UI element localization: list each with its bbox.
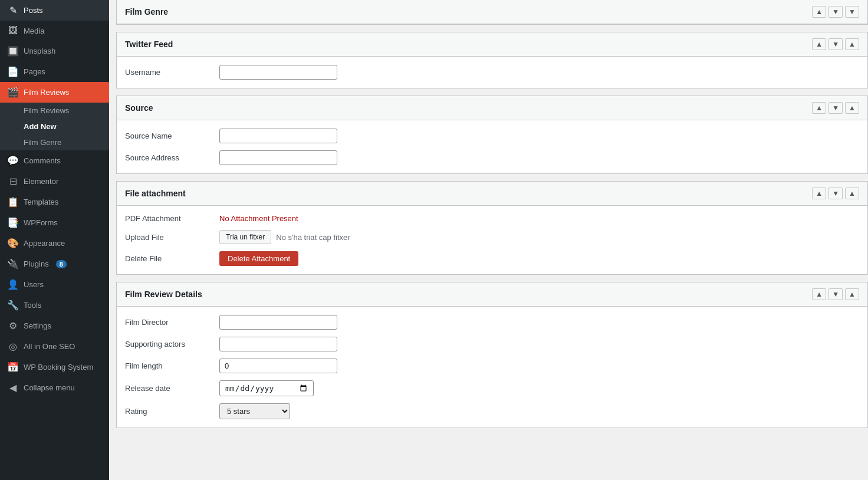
metabox-twitter-toggle[interactable]: ▲ bbox=[845, 38, 859, 50]
metabox-twitter-feed-title: Twitter Feed bbox=[125, 40, 173, 49]
sidebar-item-tools[interactable]: 🔧 Tools bbox=[0, 295, 109, 315]
metabox-file-up[interactable]: ▲ bbox=[812, 188, 826, 199]
sidebar-item-all-in-one-seo[interactable]: ◎ All in One SEO bbox=[0, 336, 109, 357]
metabox-file-down[interactable]: ▼ bbox=[828, 188, 843, 199]
rating-label: Rating bbox=[125, 407, 219, 416]
sidebar-item-comments[interactable]: 💬 Comments bbox=[0, 150, 109, 171]
film-reviews-icon: 🎬 bbox=[7, 87, 19, 98]
tools-icon: 🔧 bbox=[7, 300, 19, 311]
pages-icon: 📄 bbox=[7, 66, 19, 77]
collapse-icon: ◀ bbox=[7, 382, 19, 393]
supporting-actors-row: Supporting actors bbox=[125, 337, 859, 351]
metabox-source: Source ▲ ▼ ▲ Source Name Source Address bbox=[116, 96, 868, 174]
settings-icon: ⚙ bbox=[7, 320, 19, 331]
choose-file-button[interactable]: Tria un fitxer bbox=[219, 230, 271, 244]
metabox-source-toggle[interactable]: ▲ bbox=[845, 102, 859, 114]
media-icon: 🖼 bbox=[7, 25, 19, 36]
posts-icon: ✎ bbox=[7, 5, 19, 16]
metabox-film-genre-title: Film Genre bbox=[125, 7, 168, 17]
upload-file-row: Upload File Tria un fitxer No s'ha triat… bbox=[125, 230, 859, 244]
users-icon: 👤 bbox=[7, 279, 19, 290]
release-date-row: Release date bbox=[125, 380, 859, 396]
film-length-input[interactable] bbox=[219, 359, 337, 373]
rating-select[interactable]: 1 star 2 stars 3 stars 4 stars 5 stars bbox=[219, 403, 290, 419]
booking-icon: 📅 bbox=[7, 361, 19, 373]
release-date-label: Release date bbox=[125, 384, 219, 393]
plugins-icon: 🔌 bbox=[7, 258, 19, 269]
metabox-details-toggle[interactable]: ▲ bbox=[845, 288, 859, 300]
metabox-source-body: Source Name Source Address bbox=[117, 120, 867, 173]
metabox-film-genre-up[interactable]: ▲ bbox=[812, 6, 826, 18]
metabox-film-review-details-body: Film Director Supporting actors Film len… bbox=[117, 307, 867, 428]
pdf-attachment-status: No Attachment Present bbox=[219, 214, 298, 223]
metabox-twitter-down[interactable]: ▼ bbox=[828, 38, 843, 50]
film-director-row: Film Director bbox=[125, 315, 859, 330]
metabox-file-toggle[interactable]: ▲ bbox=[845, 188, 859, 199]
submenu-film-genre[interactable]: Film Genre bbox=[0, 134, 109, 150]
metabox-source-up[interactable]: ▲ bbox=[812, 102, 826, 114]
delete-file-label: Delete File bbox=[125, 254, 219, 263]
sidebar-item-posts[interactable]: ✎ Posts bbox=[0, 0, 109, 21]
comments-icon: 💬 bbox=[7, 155, 19, 166]
metabox-file-attachment-body: PDF Attachment No Attachment Present Upl… bbox=[117, 206, 867, 274]
twitter-username-input[interactable] bbox=[219, 65, 337, 80]
submenu-add-new[interactable]: Add New bbox=[0, 119, 109, 134]
sidebar-item-appearance[interactable]: 🎨 Appearance bbox=[0, 233, 109, 254]
film-director-input[interactable] bbox=[219, 315, 337, 330]
wpforms-icon: 📑 bbox=[7, 217, 19, 228]
metabox-file-attachment: File attachment ▲ ▼ ▲ PDF Attachment No … bbox=[116, 181, 868, 275]
unsplash-icon: 🔲 bbox=[7, 45, 19, 57]
metabox-film-genre-toggle[interactable]: ▼ bbox=[845, 6, 859, 18]
metabox-twitter-feed-controls: ▲ ▼ ▲ bbox=[812, 38, 859, 50]
metabox-file-attachment-header: File attachment ▲ ▼ ▲ bbox=[117, 182, 867, 206]
metabox-film-genre-header: Film Genre ▲ ▼ ▼ bbox=[117, 0, 867, 24]
metabox-twitter-up[interactable]: ▲ bbox=[812, 38, 826, 50]
metabox-file-attachment-controls: ▲ ▼ ▲ bbox=[812, 188, 859, 199]
metabox-details-down[interactable]: ▼ bbox=[828, 288, 843, 300]
sidebar-item-templates[interactable]: 📋 Templates bbox=[0, 192, 109, 212]
metabox-film-review-details-title: Film Review Details bbox=[125, 290, 202, 299]
sidebar-item-pages[interactable]: 📄 Pages bbox=[0, 61, 109, 82]
metabox-details-up[interactable]: ▲ bbox=[812, 288, 826, 300]
supporting-actors-input[interactable] bbox=[219, 337, 337, 351]
metabox-file-attachment-title: File attachment bbox=[125, 189, 186, 198]
sidebar-item-elementor[interactable]: ⊟ Elementor bbox=[0, 171, 109, 192]
source-address-row: Source Address bbox=[125, 150, 859, 165]
delete-attachment-button[interactable]: Delete Attachment bbox=[219, 251, 298, 266]
metabox-twitter-feed-header: Twitter Feed ▲ ▼ ▲ bbox=[117, 32, 867, 57]
metabox-film-genre: Film Genre ▲ ▼ ▼ bbox=[116, 0, 868, 25]
sidebar-item-collapse[interactable]: ◀ Collapse menu bbox=[0, 377, 109, 398]
release-date-input[interactable] bbox=[219, 380, 314, 396]
main-content: Film Genre ▲ ▼ ▼ Twitter Feed ▲ ▼ ▲ User… bbox=[109, 0, 868, 480]
metabox-source-controls: ▲ ▼ ▲ bbox=[812, 102, 859, 114]
metabox-source-down[interactable]: ▼ bbox=[828, 102, 843, 114]
submenu-film-reviews[interactable]: Film Reviews bbox=[0, 103, 109, 119]
source-name-row: Source Name bbox=[125, 129, 859, 143]
metabox-film-genre-controls: ▲ ▼ ▼ bbox=[812, 6, 859, 18]
metabox-source-title: Source bbox=[125, 103, 153, 113]
metabox-twitter-feed-body: Username bbox=[117, 57, 867, 88]
sidebar-item-settings[interactable]: ⚙ Settings bbox=[0, 315, 109, 336]
source-address-input[interactable] bbox=[219, 150, 337, 165]
sidebar-item-wpforms[interactable]: 📑 WPForms bbox=[0, 212, 109, 233]
plugins-badge: 8 bbox=[56, 260, 67, 268]
pdf-attachment-label: PDF Attachment bbox=[125, 214, 219, 223]
film-reviews-submenu: Film Reviews Add New Film Genre bbox=[0, 103, 109, 150]
sidebar-item-wp-booking[interactable]: 📅 WP Booking System bbox=[0, 357, 109, 377]
sidebar-item-film-reviews[interactable]: 🎬 Film Reviews bbox=[0, 82, 109, 103]
metabox-film-review-details-controls: ▲ ▼ ▲ bbox=[812, 288, 859, 300]
metabox-source-header: Source ▲ ▼ ▲ bbox=[117, 96, 867, 120]
metabox-film-review-details: Film Review Details ▲ ▼ ▲ Film Director … bbox=[116, 282, 868, 428]
source-address-label: Source Address bbox=[125, 153, 219, 162]
film-director-label: Film Director bbox=[125, 318, 219, 327]
metabox-film-genre-down[interactable]: ▼ bbox=[828, 6, 843, 18]
sidebar-item-media[interactable]: 🖼 Media bbox=[0, 21, 109, 41]
twitter-username-row: Username bbox=[125, 65, 859, 80]
metabox-twitter-feed: Twitter Feed ▲ ▼ ▲ Username bbox=[116, 32, 868, 88]
appearance-icon: 🎨 bbox=[7, 238, 19, 249]
sidebar-item-plugins[interactable]: 🔌 Plugins 8 bbox=[0, 254, 109, 274]
sidebar-item-unsplash[interactable]: 🔲 Unsplash bbox=[0, 41, 109, 61]
source-name-input[interactable] bbox=[219, 129, 337, 143]
sidebar-item-users[interactable]: 👤 Users bbox=[0, 274, 109, 295]
film-length-row: Film length bbox=[125, 359, 859, 373]
